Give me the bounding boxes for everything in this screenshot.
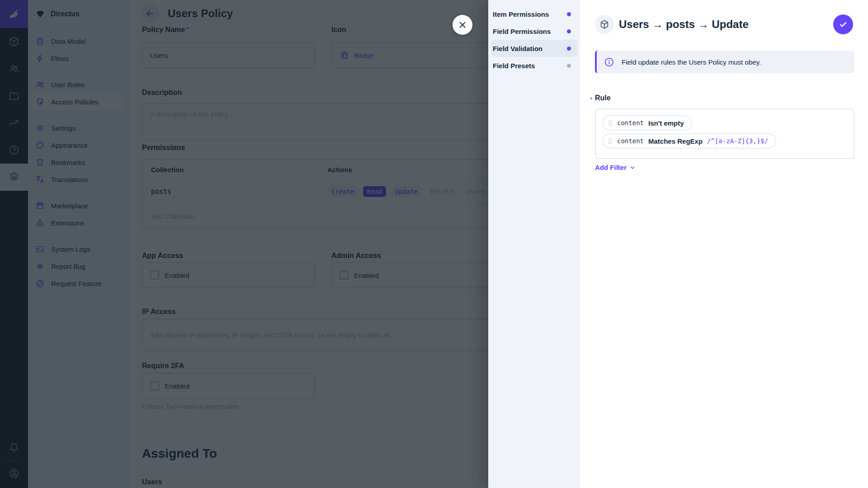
drawer-nav: Item Permissions Field Permissions Field… (488, 0, 580, 488)
status-dot (567, 12, 571, 16)
rule-filter-group: content Isn't empty content Matches RegE… (595, 108, 854, 159)
chevron-down-icon (629, 164, 636, 171)
app: Directus Data Model Flows User Roles Acc… (0, 0, 868, 488)
check-icon (838, 19, 848, 29)
tab-field-validation[interactable]: Field Validation (491, 40, 577, 57)
info-icon (604, 57, 614, 67)
filter-operator[interactable]: Matches RegExp (648, 137, 703, 145)
filter-field[interactable]: content (617, 119, 644, 127)
permissions-drawer: Item Permissions Field Permissions Field… (488, 0, 868, 488)
rule-label: Rule (595, 94, 611, 102)
status-dot (567, 47, 571, 51)
info-notice: Field update rules the Users Policy must… (595, 51, 854, 73)
tab-field-permissions[interactable]: Field Permissions (488, 23, 580, 40)
status-dot (567, 29, 571, 33)
status-dot (567, 64, 571, 68)
close-icon (458, 20, 467, 30)
drawer-header-icon (595, 15, 614, 34)
tab-field-presets[interactable]: Field Presets (488, 57, 580, 74)
drag-handle-icon[interactable] (608, 120, 613, 127)
drawer-title: Users → posts → Update (619, 18, 749, 31)
add-filter-button[interactable]: Add Filter (595, 164, 636, 171)
drawer-overlay[interactable] (0, 0, 488, 488)
filter-field[interactable]: content (617, 137, 644, 145)
drawer-main: Users → posts → Update Field update rule… (580, 0, 868, 488)
box-icon (599, 19, 609, 29)
tab-item-permissions[interactable]: Item Permissions (488, 5, 580, 23)
close-drawer-button[interactable] (453, 15, 472, 35)
drag-handle-icon[interactable] (608, 138, 613, 145)
filter-row[interactable]: content Isn't empty (602, 115, 692, 131)
save-button[interactable] (833, 14, 853, 34)
filter-value[interactable]: /^[a-zA-Z]{3,}$/ (707, 137, 768, 145)
filter-operator[interactable]: Isn't empty (648, 119, 684, 127)
notice-text: Field update rules the Users Policy must… (622, 58, 761, 66)
filter-row[interactable]: content Matches RegExp /^[a-zA-Z]{3,}$/ (602, 133, 776, 149)
